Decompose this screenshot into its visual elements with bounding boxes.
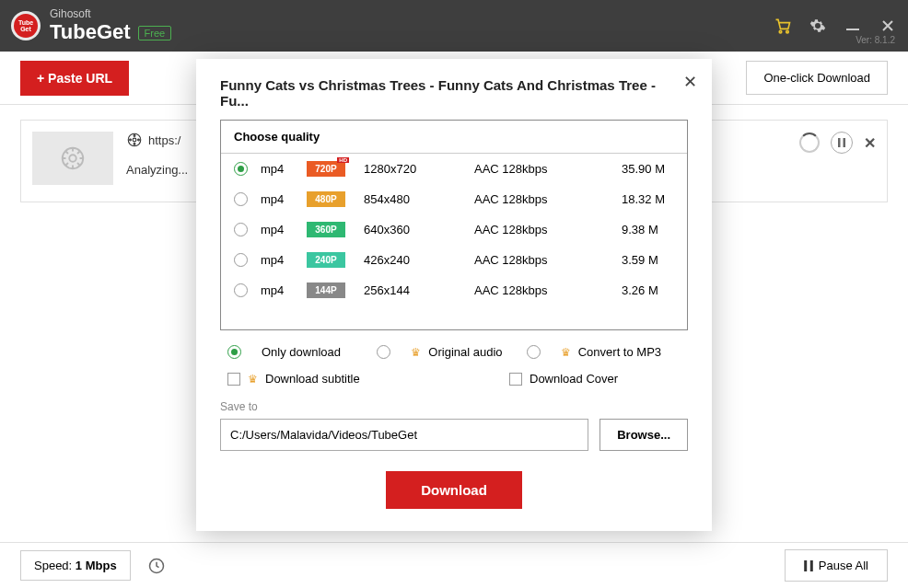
film-icon <box>126 132 143 148</box>
free-badge: Free <box>138 26 172 40</box>
pause-all-label: Pause All <box>819 559 868 572</box>
svg-point-1 <box>786 30 789 32</box>
quality-row[interactable]: mp4480P854x480AAC 128kbps18.32 M <box>221 184 687 214</box>
pause-icon <box>804 560 813 571</box>
dimensions-label: 256x144 <box>364 283 474 297</box>
format-label: mp4 <box>261 223 307 236</box>
format-label: mp4 <box>261 162 307 176</box>
quality-row[interactable]: mp4144P256x144AAC 128kbps3.26 M <box>221 275 687 306</box>
radio-icon <box>227 345 241 359</box>
version-label: Ver: 8.1.2 <box>856 35 895 45</box>
pause-all-button[interactable]: Pause All <box>785 549 888 582</box>
quality-row[interactable]: mp4240P426x240AAC 128kbps3.59 M <box>221 245 687 275</box>
svg-point-4 <box>69 155 76 162</box>
format-label: mp4 <box>261 283 307 297</box>
svg-point-0 <box>779 30 782 32</box>
radio-icon <box>234 253 248 267</box>
thumbnail-placeholder <box>32 132 113 185</box>
speed-settings-icon[interactable] <box>147 557 166 575</box>
resolution-badge: 480P <box>307 191 345 207</box>
minimize-icon[interactable] <box>844 17 862 35</box>
titlebar: TubeGet Gihosoft TubeGet Free Ver: 8.1.2 <box>0 0 908 52</box>
svg-point-5 <box>128 133 141 146</box>
app-logo: TubeGet <box>11 11 41 40</box>
item-url: https:/ <box>148 133 180 147</box>
pause-item-button[interactable] <box>831 132 853 154</box>
brand-company: Gihosoft <box>50 7 171 20</box>
download-button[interactable]: Download <box>386 471 522 509</box>
svg-point-7 <box>134 135 135 137</box>
radio-icon <box>234 162 248 176</box>
svg-rect-11 <box>838 138 841 147</box>
dimensions-label: 426x240 <box>364 253 474 267</box>
option-download-cover[interactable]: Download Cover <box>454 372 681 386</box>
quality-row[interactable]: mp4720PHD1280x720AAC 128kbps35.90 M <box>221 154 687 184</box>
svg-point-8 <box>134 144 135 145</box>
resolution-badge: 144P <box>307 282 345 298</box>
svg-rect-14 <box>804 560 807 571</box>
checkbox-icon <box>227 373 240 386</box>
saveto-label: Save to <box>220 400 688 413</box>
size-label: 35.90 M <box>622 162 665 176</box>
radio-icon <box>234 192 248 206</box>
statusbar: Speed: 1 Mbps Pause All <box>0 542 908 588</box>
speed-box[interactable]: Speed: 1 Mbps <box>20 550 131 581</box>
dialog-close-button[interactable]: ✕ <box>683 72 697 92</box>
radio-icon <box>234 223 248 236</box>
radio-icon <box>527 345 541 359</box>
resolution-badge: 360P <box>307 222 345 237</box>
paste-url-button[interactable]: + Paste URL <box>20 61 129 96</box>
svg-point-6 <box>133 138 136 142</box>
size-label: 9.38 M <box>622 223 658 236</box>
crown-icon: ♛ <box>561 346 571 359</box>
brand-name: TubeGet <box>50 20 131 44</box>
crown-icon: ♛ <box>248 373 258 386</box>
option-convert-mp3[interactable]: ♛ Convert to MP3 <box>527 345 676 359</box>
option-original-audio[interactable]: ♛ Original audio <box>377 345 526 359</box>
quality-row[interactable]: mp4360P640x360AAC 128kbps9.38 M <box>221 214 687 245</box>
close-icon[interactable] <box>879 17 897 35</box>
dimensions-label: 640x360 <box>364 223 474 236</box>
format-label: mp4 <box>261 192 307 206</box>
audio-label: AAC 128kbps <box>474 192 622 206</box>
dimensions-label: 854x480 <box>364 192 474 206</box>
option-download-subtitle[interactable]: ♛ Download subtitle <box>227 372 454 386</box>
resolution-badge: 720PHD <box>307 161 345 177</box>
format-label: mp4 <box>261 253 307 267</box>
resolution-badge: 240P <box>307 252 345 268</box>
svg-rect-12 <box>844 138 846 147</box>
oneclick-download-button[interactable]: One-click Download <box>746 61 888 95</box>
svg-rect-15 <box>810 560 813 571</box>
dialog-title: Funny Cats vs Christmas Trees - Funny Ca… <box>220 77 688 109</box>
gear-icon[interactable] <box>809 17 827 35</box>
speed-value: 1 Mbps <box>76 559 117 572</box>
size-label: 18.32 M <box>622 192 665 206</box>
options-group: Only download ♛ Original audio ♛ Convert… <box>220 330 688 391</box>
choose-quality-header: Choose quality <box>221 121 687 154</box>
window-controls <box>774 17 897 35</box>
svg-point-10 <box>138 139 140 141</box>
svg-rect-2 <box>846 29 859 30</box>
cart-icon[interactable] <box>774 17 792 35</box>
speed-label: Speed: <box>34 559 72 572</box>
dimensions-label: 1280x720 <box>364 162 474 176</box>
radio-icon <box>234 283 248 297</box>
saveto-path-input[interactable] <box>220 419 588 451</box>
brand-text: Gihosoft TubeGet Free <box>50 7 171 44</box>
option-only-download[interactable]: Only download <box>227 345 377 359</box>
audio-label: AAC 128kbps <box>474 162 622 176</box>
size-label: 3.59 M <box>622 253 658 267</box>
loading-spinner <box>799 133 820 153</box>
svg-point-9 <box>130 139 132 141</box>
checkbox-icon <box>509 373 522 386</box>
audio-label: AAC 128kbps <box>474 253 622 267</box>
browse-button[interactable]: Browse... <box>600 419 688 451</box>
size-label: 3.26 M <box>622 283 658 297</box>
item-actions: ✕ <box>799 132 876 154</box>
radio-icon <box>377 345 390 359</box>
audio-label: AAC 128kbps <box>474 283 622 297</box>
remove-item-button[interactable]: ✕ <box>864 134 876 152</box>
audio-label: AAC 128kbps <box>474 223 622 236</box>
crown-icon: ♛ <box>411 346 421 359</box>
quality-box: Choose quality mp4720PHD1280x720AAC 128k… <box>220 120 688 330</box>
